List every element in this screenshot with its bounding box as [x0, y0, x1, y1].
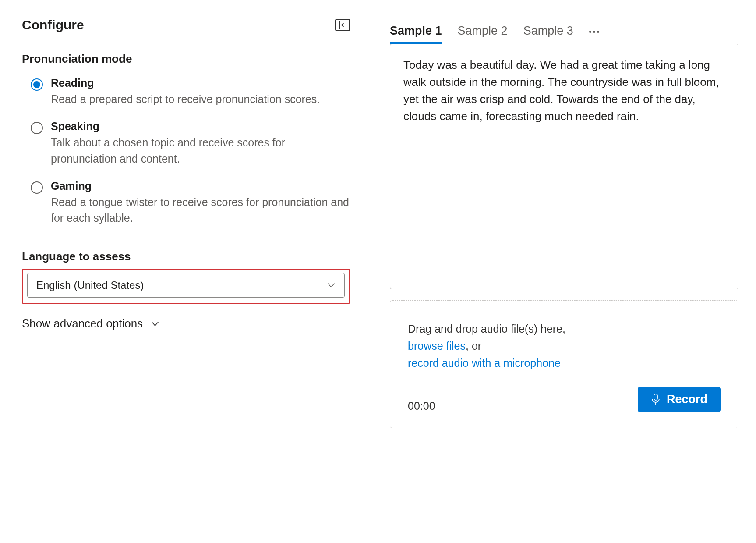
svg-rect-0	[654, 394, 657, 400]
sample-panel: Sample 1 Sample 2 Sample 3 Today was a b…	[372, 0, 756, 543]
upload-instructions: Drag and drop audio file(s) here, browse…	[408, 320, 565, 371]
mode-reading-label: Reading	[51, 77, 350, 89]
radio-icon	[31, 181, 43, 194]
language-value: English (United States)	[36, 279, 144, 291]
pronunciation-mode-group: Reading Read a prepared script to receiv…	[22, 77, 350, 226]
language-select[interactable]: English (United States)	[27, 273, 345, 298]
mode-speaking-desc: Talk about a chosen topic and receive sc…	[51, 135, 350, 167]
microphone-icon	[651, 394, 661, 406]
mode-speaking-label: Speaking	[51, 120, 350, 133]
configure-panel: Configure Pronunciation mode Reading Rea…	[0, 0, 372, 543]
mode-gaming-label: Gaming	[51, 180, 350, 192]
sample-tabs: Sample 1 Sample 2 Sample 3	[390, 24, 738, 44]
chevron-down-icon	[327, 281, 336, 290]
upload-dropzone[interactable]: Drag and drop audio file(s) here, browse…	[390, 300, 738, 428]
record-audio-link[interactable]: record audio with a microphone	[408, 357, 561, 369]
collapse-panel-icon[interactable]	[335, 19, 350, 31]
browse-files-link[interactable]: browse files	[408, 340, 466, 352]
chevron-down-icon	[151, 319, 159, 328]
record-button[interactable]: Record	[638, 387, 721, 412]
radio-icon	[31, 78, 43, 91]
recording-timer: 00:00	[408, 400, 435, 412]
tab-sample-3[interactable]: Sample 3	[523, 24, 573, 44]
mode-gaming[interactable]: Gaming Read a tongue twister to receive …	[31, 180, 350, 226]
tab-sample-2[interactable]: Sample 2	[458, 24, 508, 44]
language-label: Language to assess	[22, 250, 350, 263]
sample-text-box[interactable]: Today was a beautiful day. We had a grea…	[390, 44, 738, 289]
language-highlight-box: English (United States)	[22, 269, 350, 304]
mode-gaming-desc: Read a tongue twister to receive scores …	[51, 194, 350, 226]
advanced-options-label: Show advanced options	[22, 317, 143, 330]
configure-header: Configure	[22, 18, 350, 32]
tab-more-icon[interactable]	[589, 31, 599, 37]
show-advanced-options[interactable]: Show advanced options	[22, 317, 350, 330]
pronunciation-mode-heading: Pronunciation mode	[22, 52, 350, 66]
mode-reading[interactable]: Reading Read a prepared script to receiv…	[31, 77, 350, 107]
radio-icon	[31, 122, 43, 134]
upload-bottom-row: 00:00 Record	[408, 387, 721, 412]
configure-title: Configure	[22, 18, 84, 32]
tab-sample-1[interactable]: Sample 1	[390, 24, 442, 44]
record-button-label: Record	[667, 393, 707, 406]
mode-speaking[interactable]: Speaking Talk about a chosen topic and r…	[31, 120, 350, 167]
upload-mid: , or	[466, 340, 481, 352]
language-section: Language to assess English (United State…	[22, 250, 350, 304]
mode-reading-desc: Read a prepared script to receive pronun…	[51, 91, 350, 107]
upload-prefix: Drag and drop audio file(s) here,	[408, 323, 565, 335]
